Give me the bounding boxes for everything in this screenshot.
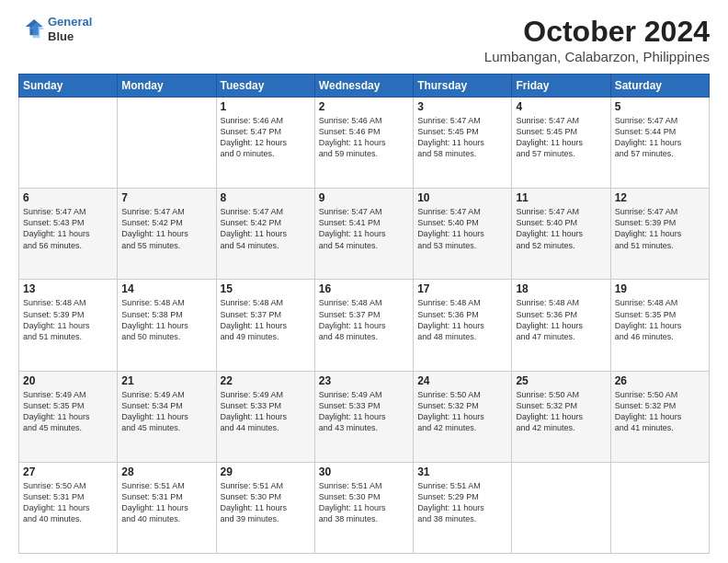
calendar-cell: 7Sunrise: 5:47 AM Sunset: 5:42 PM Daylig…: [118, 189, 216, 280]
title-section: October 2024 Lumbangan, Calabarzon, Phil…: [484, 15, 710, 64]
calendar-cell: 6Sunrise: 5:47 AM Sunset: 5:43 PM Daylig…: [19, 189, 118, 280]
calendar-cell: 14Sunrise: 5:48 AM Sunset: 5:38 PM Dayli…: [118, 280, 216, 371]
calendar-cell: [118, 98, 216, 189]
day-content: Sunrise: 5:49 AM Sunset: 5:33 PM Dayligh…: [221, 389, 311, 434]
weekday-header: Sunday: [19, 75, 118, 98]
day-content: Sunrise: 5:51 AM Sunset: 5:30 PM Dayligh…: [319, 480, 409, 525]
day-number: 23: [319, 374, 409, 387]
day-number: 28: [121, 465, 211, 478]
calendar-week-row: 1Sunrise: 5:46 AM Sunset: 5:47 PM Daylig…: [19, 98, 710, 189]
calendar-cell: 13Sunrise: 5:48 AM Sunset: 5:39 PM Dayli…: [19, 280, 118, 371]
day-content: Sunrise: 5:50 AM Sunset: 5:31 PM Dayligh…: [23, 480, 113, 525]
weekday-header: Friday: [512, 75, 610, 98]
weekday-header: Tuesday: [216, 75, 314, 98]
logo: General Blue: [18, 15, 92, 43]
day-number: 7: [121, 191, 211, 204]
day-content: Sunrise: 5:47 AM Sunset: 5:41 PM Dayligh…: [319, 206, 409, 251]
day-number: 31: [417, 465, 507, 478]
day-number: 4: [516, 100, 606, 113]
day-number: 17: [417, 282, 507, 295]
weekday-header: Wednesday: [314, 75, 413, 98]
day-number: 22: [221, 374, 311, 387]
header: General Blue October 2024 Lumbangan, Cal…: [18, 15, 710, 64]
day-number: 2: [319, 100, 409, 113]
day-number: 6: [23, 191, 113, 204]
weekday-header: Thursday: [414, 75, 512, 98]
day-content: Sunrise: 5:50 AM Sunset: 5:32 PM Dayligh…: [516, 389, 606, 434]
day-content: Sunrise: 5:51 AM Sunset: 5:31 PM Dayligh…: [121, 480, 211, 525]
day-content: Sunrise: 5:49 AM Sunset: 5:34 PM Dayligh…: [121, 389, 211, 434]
calendar-table: SundayMondayTuesdayWednesdayThursdayFrid…: [18, 74, 710, 554]
day-content: Sunrise: 5:48 AM Sunset: 5:37 PM Dayligh…: [319, 297, 409, 342]
calendar-week-row: 13Sunrise: 5:48 AM Sunset: 5:39 PM Dayli…: [19, 280, 710, 371]
day-content: Sunrise: 5:48 AM Sunset: 5:35 PM Dayligh…: [615, 297, 705, 342]
day-number: 16: [319, 282, 409, 295]
calendar-cell: 31Sunrise: 5:51 AM Sunset: 5:29 PM Dayli…: [414, 462, 512, 553]
day-number: 1: [221, 100, 311, 113]
calendar-header-row: SundayMondayTuesdayWednesdayThursdayFrid…: [19, 75, 710, 98]
weekday-header: Saturday: [610, 75, 709, 98]
day-number: 15: [221, 282, 311, 295]
day-content: Sunrise: 5:48 AM Sunset: 5:38 PM Dayligh…: [121, 297, 211, 342]
day-number: 24: [417, 374, 507, 387]
day-content: Sunrise: 5:48 AM Sunset: 5:39 PM Dayligh…: [23, 297, 113, 342]
calendar-week-row: 27Sunrise: 5:50 AM Sunset: 5:31 PM Dayli…: [19, 462, 710, 553]
day-number: 29: [221, 465, 311, 478]
weekday-header: Monday: [118, 75, 216, 98]
calendar-cell: 28Sunrise: 5:51 AM Sunset: 5:31 PM Dayli…: [118, 462, 216, 553]
calendar-cell: 8Sunrise: 5:47 AM Sunset: 5:42 PM Daylig…: [216, 189, 314, 280]
day-content: Sunrise: 5:48 AM Sunset: 5:36 PM Dayligh…: [417, 297, 507, 342]
calendar-cell: 26Sunrise: 5:50 AM Sunset: 5:32 PM Dayli…: [610, 371, 709, 462]
day-number: 10: [417, 191, 507, 204]
day-number: 5: [615, 100, 705, 113]
calendar-cell: 15Sunrise: 5:48 AM Sunset: 5:37 PM Dayli…: [216, 280, 314, 371]
calendar-cell: [19, 98, 118, 189]
calendar-cell: 1Sunrise: 5:46 AM Sunset: 5:47 PM Daylig…: [216, 98, 314, 189]
day-content: Sunrise: 5:47 AM Sunset: 5:42 PM Dayligh…: [121, 206, 211, 251]
calendar-week-row: 6Sunrise: 5:47 AM Sunset: 5:43 PM Daylig…: [19, 189, 710, 280]
calendar-cell: 24Sunrise: 5:50 AM Sunset: 5:32 PM Dayli…: [414, 371, 512, 462]
calendar-cell: 17Sunrise: 5:48 AM Sunset: 5:36 PM Dayli…: [414, 280, 512, 371]
day-content: Sunrise: 5:47 AM Sunset: 5:39 PM Dayligh…: [615, 206, 705, 251]
day-content: Sunrise: 5:50 AM Sunset: 5:32 PM Dayligh…: [615, 389, 705, 434]
day-content: Sunrise: 5:49 AM Sunset: 5:35 PM Dayligh…: [23, 389, 113, 434]
day-content: Sunrise: 5:50 AM Sunset: 5:32 PM Dayligh…: [417, 389, 507, 434]
day-content: Sunrise: 5:51 AM Sunset: 5:29 PM Dayligh…: [417, 480, 507, 525]
day-number: 26: [615, 374, 705, 387]
day-content: Sunrise: 5:51 AM Sunset: 5:30 PM Dayligh…: [221, 480, 311, 525]
calendar-cell: [610, 462, 709, 553]
logo-icon: [18, 17, 44, 42]
calendar-cell: 16Sunrise: 5:48 AM Sunset: 5:37 PM Dayli…: [314, 280, 413, 371]
day-content: Sunrise: 5:47 AM Sunset: 5:40 PM Dayligh…: [516, 206, 606, 251]
day-number: 3: [417, 100, 507, 113]
calendar-cell: 4Sunrise: 5:47 AM Sunset: 5:45 PM Daylig…: [512, 98, 610, 189]
day-number: 21: [121, 374, 211, 387]
calendar-cell: 3Sunrise: 5:47 AM Sunset: 5:45 PM Daylig…: [414, 98, 512, 189]
calendar-cell: 10Sunrise: 5:47 AM Sunset: 5:40 PM Dayli…: [414, 189, 512, 280]
calendar-cell: 2Sunrise: 5:46 AM Sunset: 5:46 PM Daylig…: [314, 98, 413, 189]
calendar-cell: 27Sunrise: 5:50 AM Sunset: 5:31 PM Dayli…: [19, 462, 118, 553]
calendar-cell: 12Sunrise: 5:47 AM Sunset: 5:39 PM Dayli…: [610, 189, 709, 280]
day-content: Sunrise: 5:47 AM Sunset: 5:43 PM Dayligh…: [23, 206, 113, 251]
day-number: 13: [23, 282, 113, 295]
calendar-cell: 18Sunrise: 5:48 AM Sunset: 5:36 PM Dayli…: [512, 280, 610, 371]
calendar-week-row: 20Sunrise: 5:49 AM Sunset: 5:35 PM Dayli…: [19, 371, 710, 462]
logo-text: General Blue: [48, 15, 92, 43]
day-content: Sunrise: 5:47 AM Sunset: 5:44 PM Dayligh…: [615, 115, 705, 160]
page-subtitle: Lumbangan, Calabarzon, Philippines: [484, 49, 710, 64]
calendar-cell: 23Sunrise: 5:49 AM Sunset: 5:33 PM Dayli…: [314, 371, 413, 462]
day-number: 20: [23, 374, 113, 387]
day-number: 30: [319, 465, 409, 478]
page-title: October 2024: [484, 15, 710, 49]
calendar-cell: [512, 462, 610, 553]
day-number: 14: [121, 282, 211, 295]
page: General Blue October 2024 Lumbangan, Cal…: [0, 0, 728, 563]
calendar-cell: 25Sunrise: 5:50 AM Sunset: 5:32 PM Dayli…: [512, 371, 610, 462]
day-number: 12: [615, 191, 705, 204]
day-number: 9: [319, 191, 409, 204]
calendar-cell: 19Sunrise: 5:48 AM Sunset: 5:35 PM Dayli…: [610, 280, 709, 371]
day-number: 25: [516, 374, 606, 387]
calendar-cell: 11Sunrise: 5:47 AM Sunset: 5:40 PM Dayli…: [512, 189, 610, 280]
calendar-cell: 30Sunrise: 5:51 AM Sunset: 5:30 PM Dayli…: [314, 462, 413, 553]
day-content: Sunrise: 5:47 AM Sunset: 5:40 PM Dayligh…: [417, 206, 507, 251]
